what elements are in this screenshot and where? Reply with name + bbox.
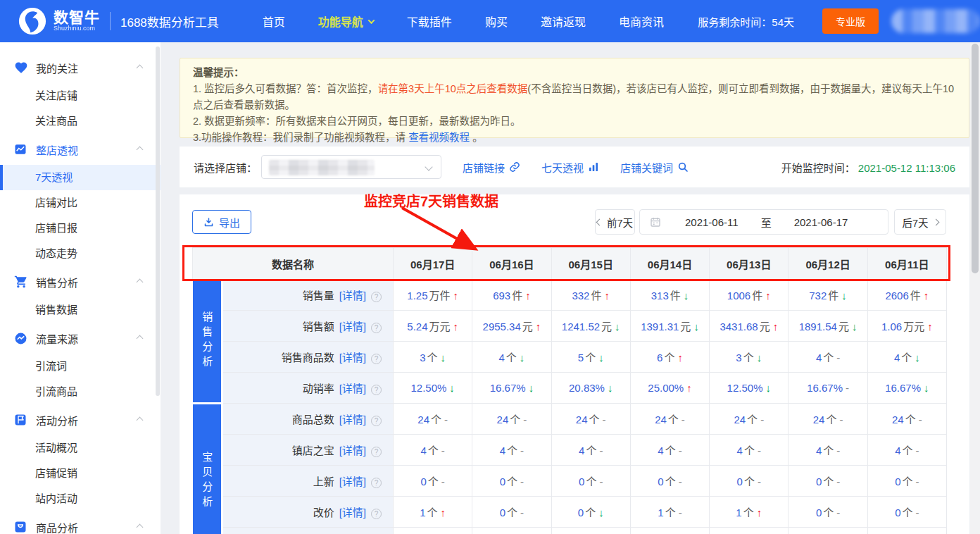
trend-flat-icon: - [919,414,922,426]
metric-value: 4 [737,445,743,457]
detail-link[interactable]: [详情] [339,476,366,488]
metric-value: 16.67% [807,382,843,394]
metric-unit: 个 [427,352,438,364]
help-icon[interactable]: ? [371,292,382,302]
help-icon[interactable]: ? [371,509,382,519]
nav-item-label: 下载插件 [407,13,452,30]
nav-item-label: 邀请返现 [541,13,586,30]
detail-link[interactable]: [详情] [339,321,366,333]
next-7-days-label: 后7天 [902,215,928,230]
sidebar-item[interactable]: 动态走势 [0,241,161,266]
detail-link[interactable]: [详情] [339,383,366,395]
metric-value: 12.50% [727,382,763,394]
metric-value: 4 [816,445,822,457]
nav-item[interactable]: 购买 [485,13,508,30]
chevron-left-icon [596,218,603,225]
metric-label-cell: 销售商品数[详情]? [222,342,394,373]
trend-up-icon: ↑ [525,290,531,302]
sidebar-item[interactable]: 关注商品 [0,108,161,134]
date-range-end[interactable]: 2021-06-17 [794,216,848,228]
nav-item[interactable]: 邀请返现 [541,13,586,30]
detail-link[interactable]: [详情] [339,507,366,519]
metric-value: 4 [816,352,822,364]
sidebar-item[interactable]: 站内活动 [0,486,161,511]
sidebar-item[interactable]: 店铺日报 [0,216,161,241]
nav-item[interactable]: 下载插件 [407,13,452,30]
metric-value: 20.83% [569,382,605,394]
metric-value: 0 [816,476,822,488]
metric-value-cell: 20.83%↓ [551,373,630,404]
seven-day-view-button[interactable]: 七天透视 [541,160,599,175]
table-group-label-text: 销售分析 [199,311,214,371]
sidebar-item[interactable]: 销售数据 [0,297,161,323]
chevron-up-icon [137,64,144,71]
metric-unit: 个 [668,414,679,426]
metric-unit: 个 [507,507,517,519]
sidebar-scrollbar[interactable] [156,46,160,396]
flag-icon [14,412,30,428]
help-icon[interactable]: ? [371,478,382,488]
video-tutorial-link[interactable]: 查看视频教程 [408,132,470,143]
help-icon[interactable]: ? [371,416,382,426]
page-scrollbar-thumb[interactable] [972,44,979,273]
sidebar-item[interactable]: 关注店铺 [0,83,161,108]
trend-up-icon: ↑ [765,290,771,302]
sidebar-item[interactable]: 引流词 [0,354,161,379]
trend-down-icon: ↓ [693,321,699,333]
nav-item[interactable]: 电商资讯 [619,13,664,30]
store-keywords-button[interactable]: 店铺关键词 [620,160,689,175]
metric-value: 693 [493,290,510,302]
date-range-start[interactable]: 2021-06-11 [685,216,739,228]
sidebar-section[interactable]: 我的关注 [0,52,161,83]
sidebar-item[interactable]: 7天透视 [0,165,161,190]
nav-item[interactable]: 首页 [263,13,285,30]
help-icon[interactable]: ? [371,354,382,364]
chevron-right-icon [932,218,939,225]
user-account-blurred[interactable] [891,9,980,33]
sidebar-section[interactable]: 商品分析 [0,511,161,534]
sidebar-item[interactable]: 店铺促销 [0,461,161,486]
sidebar-section[interactable]: 销售分析 [0,266,161,297]
sidebar-item[interactable]: 店铺对比 [0,190,161,216]
metric-value: 16.67% [490,382,526,394]
detail-link[interactable]: [详情] [339,445,366,457]
metric-value-cell: 12.50%↓ [394,373,472,404]
help-icon[interactable]: ? [371,385,382,395]
trend-down-icon: ↓ [684,290,689,302]
export-button[interactable]: 导出 [192,210,251,234]
metric-label-cell: 改主图[详情]? [222,528,394,534]
metric-value-cell: 24个- [789,404,867,435]
detail-link[interactable]: [详情] [339,352,366,364]
detail-link[interactable]: [详情] [339,290,366,302]
pro-version-badge[interactable]: 专业版 [822,8,879,34]
store-link-button[interactable]: 店铺链接 [463,160,520,175]
sidebar-section[interactable]: 整店透视 [0,134,161,165]
page-scrollbar[interactable] [970,42,980,534]
help-icon[interactable]: ? [371,323,382,333]
table-header-date: 06月11日 [867,248,946,280]
trend-up-icon: ↑ [441,507,446,519]
help-icon[interactable]: ? [371,447,382,457]
prev-7-days-button[interactable]: 前7天 [595,209,635,235]
metric-value: 24 [417,414,429,426]
chevron-down-icon [367,17,375,24]
sidebar-section[interactable]: 流量来源 [0,323,161,354]
nav-item[interactable]: 功能导航 [318,13,374,30]
sidebar-item[interactable]: 活动概况 [0,435,161,461]
trend-flat-icon: - [599,445,603,457]
store-select-dropdown[interactable] [261,155,441,179]
metric-unit: 个 [823,445,834,457]
metric-value-cell: 5个↓ [551,342,630,373]
detail-link[interactable]: [详情] [339,414,366,426]
metrics-table: 数据名称06月17日06月16日06月15日06月14日06月13日06月12日… [192,247,947,534]
next-7-days-button[interactable]: 后7天 [894,209,946,235]
heart-icon [14,60,30,75]
date-range-picker[interactable]: 2021-06-11 至 2021-06-17 [639,209,888,235]
metric-value-cell: 16.67%↓ [472,373,551,404]
sidebar-item[interactable]: 引流商品 [0,379,161,404]
sidebar-section[interactable]: 活动分析 [0,404,161,435]
table-header-date: 06月12日 [789,248,867,280]
metric-value: 0 [500,507,505,519]
metric-label-cell: 销售量[详情]? [222,280,394,311]
table-row: 镇店之宝[详情]?4个-4个-4个-4个-4个-4个-4个- [193,435,947,466]
